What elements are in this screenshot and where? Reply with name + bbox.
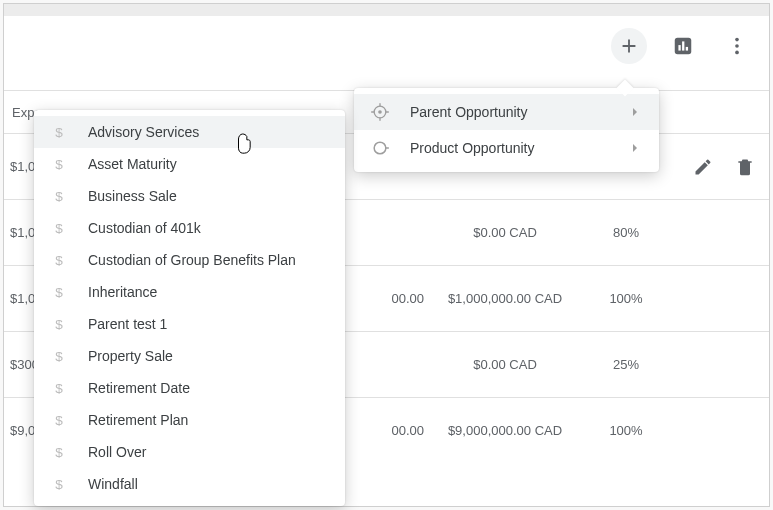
plus-icon (618, 35, 640, 57)
row-pct: 25% (586, 357, 666, 372)
dollar-icon: $ (50, 251, 68, 269)
svg-text:$: $ (55, 349, 63, 364)
row-pct: 100% (586, 423, 666, 438)
svg-text:$: $ (55, 477, 63, 492)
dropdown-item[interactable]: $ Asset Maturity (34, 148, 345, 180)
dollar-icon: $ (50, 155, 68, 173)
row-pct: 80% (586, 225, 666, 240)
dollar-icon: $ (50, 443, 68, 461)
dropdown-item[interactable]: $ Retirement Plan (34, 404, 345, 436)
svg-point-8 (378, 110, 382, 114)
svg-point-6 (735, 51, 739, 55)
dropdown-label: Inheritance (88, 284, 329, 300)
edit-icon[interactable] (693, 157, 713, 177)
dropdown-item[interactable]: $ Roll Over (34, 436, 345, 468)
dropdown-label: Retirement Date (88, 380, 329, 396)
opportunity-label: Parent Opportunity (410, 104, 607, 120)
svg-text:$: $ (55, 413, 63, 428)
bar-chart-icon (672, 35, 694, 57)
dropdown-item[interactable]: $ Windfall (34, 468, 345, 500)
dropdown-label: Retirement Plan (88, 412, 329, 428)
dropdown-label: Custodian of 401k (88, 220, 329, 236)
dropdown-item[interactable]: $ Advisory Services (34, 116, 345, 148)
svg-rect-2 (682, 41, 684, 50)
row-next: $1,000,000.00 CAD (424, 291, 586, 306)
dropdown-label: Custodian of Group Benefits Plan (88, 252, 329, 268)
target-icon (370, 102, 390, 122)
dollar-icon: $ (50, 219, 68, 237)
row-pct: 100% (586, 291, 666, 306)
chevron-right-icon (627, 140, 643, 156)
chart-button[interactable] (665, 28, 701, 64)
row-next: $0.00 CAD (424, 225, 586, 240)
opportunity-label: Product Opportunity (410, 140, 607, 156)
dropdown-label: Property Sale (88, 348, 329, 364)
row-extra: 00.00 (352, 291, 424, 306)
type-dropdown: $ Advisory Services $ Asset Maturity $ B… (34, 110, 345, 506)
dollar-icon: $ (50, 379, 68, 397)
svg-point-5 (735, 44, 739, 48)
dropdown-item[interactable]: $ Custodian of Group Benefits Plan (34, 244, 345, 276)
svg-text:$: $ (55, 381, 63, 396)
ring-icon (370, 138, 390, 158)
more-button[interactable] (719, 28, 755, 64)
dropdown-item[interactable]: $ Parent test 1 (34, 308, 345, 340)
dropdown-label: Advisory Services (88, 124, 329, 140)
chevron-right-icon (627, 104, 643, 120)
svg-point-4 (735, 38, 739, 42)
dropdown-label: Asset Maturity (88, 156, 329, 172)
dropdown-label: Business Sale (88, 188, 329, 204)
dropdown-label: Windfall (88, 476, 329, 492)
svg-text:$: $ (55, 189, 63, 204)
row-extra: 00.00 (352, 423, 424, 438)
opportunity-item-parent[interactable]: Parent Opportunity (354, 94, 659, 130)
svg-rect-1 (678, 45, 680, 51)
dropdown-label: Parent test 1 (88, 316, 329, 332)
dollar-icon: $ (50, 283, 68, 301)
svg-rect-3 (686, 47, 688, 51)
opportunity-menu: Parent Opportunity Product Opportunity (354, 88, 659, 172)
dropdown-item[interactable]: $ Property Sale (34, 340, 345, 372)
row-next: $9,000,000.00 CAD (424, 423, 586, 438)
dollar-icon: $ (50, 475, 68, 493)
dropdown-item[interactable]: $ Custodian of 401k (34, 212, 345, 244)
action-bar (611, 28, 755, 64)
row-next: $0.00 CAD (424, 357, 586, 372)
svg-text:$: $ (55, 317, 63, 332)
dollar-icon: $ (50, 123, 68, 141)
dollar-icon: $ (50, 187, 68, 205)
svg-text:$: $ (55, 221, 63, 236)
svg-text:$: $ (55, 445, 63, 460)
dropdown-item[interactable]: $ Business Sale (34, 180, 345, 212)
dropdown-label: Roll Over (88, 444, 329, 460)
opportunity-item-product[interactable]: Product Opportunity (354, 130, 659, 166)
delete-icon[interactable] (735, 157, 755, 177)
svg-text:$: $ (55, 157, 63, 172)
dropdown-item[interactable]: $ Inheritance (34, 276, 345, 308)
svg-text:$: $ (55, 253, 63, 268)
svg-text:$: $ (55, 125, 63, 140)
dollar-icon: $ (50, 347, 68, 365)
add-button[interactable] (611, 28, 647, 64)
dropdown-item[interactable]: $ Retirement Date (34, 372, 345, 404)
svg-text:$: $ (55, 285, 63, 300)
dollar-icon: $ (50, 315, 68, 333)
svg-point-9 (374, 142, 386, 154)
dollar-icon: $ (50, 411, 68, 429)
more-vert-icon (726, 35, 748, 57)
